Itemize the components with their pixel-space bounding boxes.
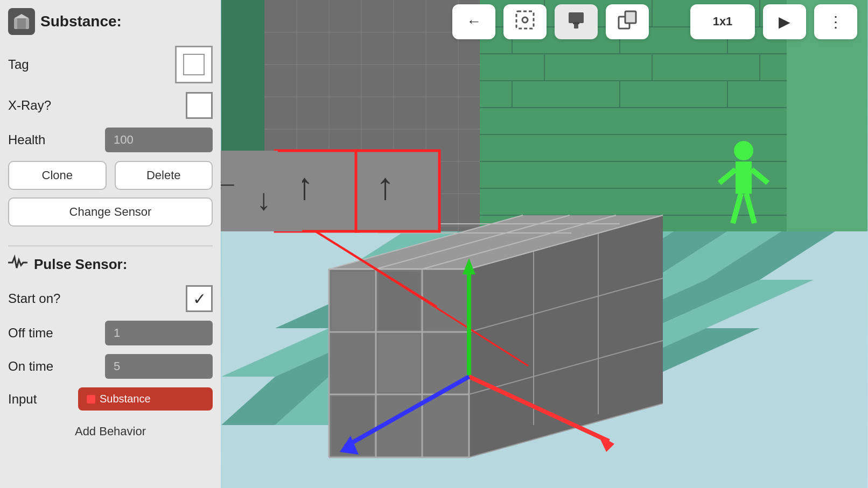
svg-rect-129: [736, 161, 752, 194]
svg-rect-110: [332, 397, 374, 455]
input-label: Input: [8, 392, 73, 407]
svg-marker-82: [329, 215, 663, 269]
svg-rect-136: [569, 12, 584, 23]
svg-marker-84: [469, 215, 663, 457]
svg-line-94: [469, 278, 663, 332]
svg-rect-2: [17, 18, 26, 29]
off-time-row: Off time: [8, 321, 213, 345]
start-on-label: Start on?: [8, 291, 73, 306]
svg-text:←: ←: [221, 167, 240, 200]
start-on-row: Start on? ✓: [8, 285, 213, 312]
start-on-checkbox[interactable]: ✓: [186, 285, 213, 312]
svg-marker-76: [221, 377, 329, 425]
svg-rect-83: [329, 269, 469, 457]
svg-marker-33: [221, 0, 264, 488]
divider: [8, 245, 213, 246]
svg-marker-52: [329, 231, 458, 280]
off-time-label: Off time: [8, 326, 73, 341]
tag-row: Tag: [8, 46, 213, 83]
svg-line-93: [469, 215, 663, 269]
input-row: Input Substance: [8, 387, 213, 411]
svg-rect-114: [356, 151, 439, 231]
pulse-icon: [8, 254, 27, 274]
svg-marker-57: [598, 231, 727, 280]
svg-marker-55: [491, 231, 620, 280]
svg-marker-71: [383, 328, 544, 377]
paint-icon: [566, 10, 586, 33]
svg-text:↓: ↓: [256, 183, 271, 216]
svg-line-130: [719, 169, 736, 183]
on-time-input[interactable]: [105, 354, 213, 379]
more-button[interactable]: ⋮: [814, 4, 857, 39]
paint-button[interactable]: [555, 4, 598, 39]
svg-rect-134: [516, 11, 534, 29]
svg-marker-77: [275, 377, 383, 425]
input-substance-button[interactable]: Substance: [78, 387, 213, 411]
svg-rect-109: [378, 334, 420, 392]
svg-line-126: [345, 377, 469, 447]
health-input[interactable]: [105, 128, 213, 152]
health-label: Health: [8, 132, 73, 147]
scene-background: ↑ ↑ ← ↓: [221, 0, 868, 488]
clone-delete-row: Clone Delete: [8, 161, 213, 190]
svg-marker-63: [437, 280, 598, 328]
back-button[interactable]: ←: [452, 4, 495, 39]
svg-rect-111: [378, 397, 420, 455]
svg-line-120: [316, 231, 437, 307]
svg-marker-75: [598, 328, 760, 377]
select-button[interactable]: [503, 4, 547, 39]
svg-line-102: [469, 215, 663, 269]
svg-marker-72: [437, 328, 598, 377]
svg-marker-56: [544, 231, 674, 280]
change-sensor-button[interactable]: Change Sensor: [8, 197, 213, 227]
svg-point-128: [734, 141, 753, 160]
xray-checkbox[interactable]: [186, 92, 213, 119]
svg-line-100: [376, 215, 570, 269]
xray-row: X-Ray?: [8, 92, 213, 119]
play-button[interactable]: ▶: [763, 4, 806, 39]
view-button[interactable]: [606, 4, 649, 39]
select-icon: [515, 10, 535, 33]
svg-marker-65: [544, 280, 706, 328]
xray-label: X-Ray?: [8, 98, 73, 113]
svg-marker-64: [491, 280, 652, 328]
clone-button[interactable]: Clone: [8, 161, 107, 190]
input-substance-label: Substance: [100, 393, 151, 405]
svg-rect-107: [378, 272, 420, 330]
svg-rect-106: [332, 272, 374, 330]
svg-line-95: [469, 341, 663, 394]
pulse-sensor-header: Pulse Sensor:: [8, 254, 213, 274]
svg-marker-62: [383, 280, 544, 328]
tag-swatch[interactable]: [175, 46, 213, 83]
svg-rect-140: [625, 11, 636, 23]
svg-line-124: [469, 377, 609, 441]
play-icon: ▶: [779, 13, 790, 31]
svg-marker-123: [463, 258, 475, 274]
svg-rect-108: [332, 334, 374, 392]
on-time-row: On time: [8, 354, 213, 379]
svg-marker-73: [491, 328, 652, 377]
svg-marker-53: [383, 231, 512, 280]
svg-marker-59: [706, 231, 835, 280]
svg-marker-66: [598, 280, 760, 328]
delete-button[interactable]: Delete: [115, 161, 213, 190]
svg-line-101: [422, 215, 616, 269]
svg-marker-61: [329, 280, 491, 328]
off-time-input[interactable]: [105, 321, 213, 345]
svg-rect-112: [275, 151, 359, 231]
svg-marker-81: [491, 377, 598, 425]
svg-line-96: [469, 404, 663, 457]
back-icon: ←: [466, 13, 481, 30]
svg-line-133: [746, 194, 754, 223]
add-behavior-button[interactable]: Add Behavior: [8, 419, 213, 444]
svg-marker-69: [275, 328, 437, 377]
substance-header: Substance:: [8, 8, 213, 35]
svg-marker-58: [652, 231, 781, 280]
view-icon: [618, 10, 637, 33]
svg-line-121: [316, 231, 528, 366]
substance-title: Substance:: [40, 13, 122, 30]
tag-label: Tag: [8, 57, 73, 72]
svg-line-131: [752, 169, 768, 183]
grid-button[interactable]: 1x1: [690, 4, 755, 39]
left-panel: Substance: Tag X-Ray? Health Clone Delet…: [0, 0, 221, 488]
